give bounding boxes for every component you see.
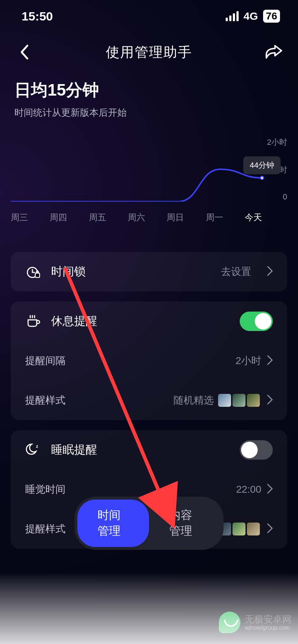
summary-title: 日均15分钟 [14,79,284,101]
chevron-right-icon [267,355,273,367]
chevron-right-icon [267,266,273,277]
svg-text:z: z [36,444,38,449]
chart-tooltip: 44分钟 [243,156,281,174]
moon-icon: z [25,442,41,458]
tab-content-management[interactable]: 内容管理 [149,500,221,547]
watermark-logo-icon [219,612,240,633]
chart-plot-area: 44分钟 [11,137,262,202]
tab-time-management[interactable]: 时间管理 [77,500,149,547]
usage-chart[interactable]: 2小时 1小时 0 44分钟 周三周四周五周六周日周一今天 [11,137,287,223]
sleep-reminder-toggle[interactable] [240,440,273,460]
timer-lock-icon [25,264,41,280]
time-lock-action: 去设置 [221,265,251,279]
y-tick: 0 [267,192,287,202]
x-tick[interactable]: 周六 [128,212,145,223]
sleep-reminder-row[interactable]: z 睡眠提醒 [11,430,287,470]
sleep-time-value: 22:00 [236,484,261,495]
summary-subtitle: 时间统计从更新版本后开始 [14,106,284,119]
usage-summary: 日均15分钟 时间统计从更新版本后开始 [0,72,298,119]
page-title: 使用管理助手 [106,43,192,61]
reminder-interval-label: 提醒间隔 [25,354,235,368]
watermark: 无极安卓网 wjhotelgroup.com [219,612,292,633]
watermark-url: wjhotelgroup.com [245,625,292,631]
rest-reminder-row[interactable]: 休息提醒 [11,302,287,341]
reminder-interval-value: 2小时 [235,354,261,368]
x-tick[interactable]: 今天 [245,212,262,223]
chart-x-axis: 周三周四周五周六周日周一今天 [11,212,262,223]
sleep-time-label: 睡觉时间 [25,483,236,496]
reminder-interval-row[interactable]: 提醒间隔 2小时 [11,341,287,381]
reminder-style-value: 随机精选 [173,394,214,407]
svg-rect-1 [35,273,40,277]
sleep-reminder-label: 睡眠提醒 [51,442,230,458]
y-tick: 2小时 [267,137,287,148]
rest-reminder-label: 休息提醒 [51,313,230,329]
x-tick[interactable]: 周日 [167,212,184,223]
reminder-style-thumbnails [218,394,260,407]
chart-line [11,137,262,202]
time-lock-label: 时间锁 [51,264,211,280]
battery-badge: 76 [263,10,280,23]
x-tick[interactable]: 周三 [11,212,28,223]
share-icon [265,45,282,59]
watermark-name: 无极安卓网 [245,614,292,625]
back-button[interactable] [14,41,35,63]
x-tick[interactable]: 周五 [89,212,106,223]
sleep-style-thumbnails [218,523,260,535]
status-right: 4G 76 [226,10,280,23]
time-lock-card[interactable]: 时间锁 去设置 [11,252,287,291]
network-label: 4G [244,10,258,22]
watermark-text: 无极安卓网 wjhotelgroup.com [245,614,292,631]
reminder-style-row[interactable]: 提醒样式 随机精选 [11,381,287,420]
chart-active-point [260,176,264,180]
status-time: 15:50 [22,9,53,23]
x-tick[interactable]: 周一 [206,212,223,223]
nav-bar: 使用管理助手 [0,32,298,72]
coffee-icon [25,313,41,329]
status-bar: 15:50 4G 76 [0,0,298,32]
reminder-style-label: 提醒样式 [25,394,173,407]
rest-reminder-card: 休息提醒 提醒间隔 2小时 提醒样式 随机精选 [11,302,287,420]
rest-reminder-toggle[interactable] [240,312,273,331]
chevron-right-icon [267,523,273,535]
signal-icon [226,11,239,21]
chevron-right-icon [267,395,273,406]
x-tick[interactable]: 周四 [50,212,67,223]
share-button[interactable] [263,41,284,63]
chevron-right-icon [267,484,273,495]
chevron-left-icon [19,44,30,60]
bottom-tab-bar: 时间管理 内容管理 [74,497,224,550]
